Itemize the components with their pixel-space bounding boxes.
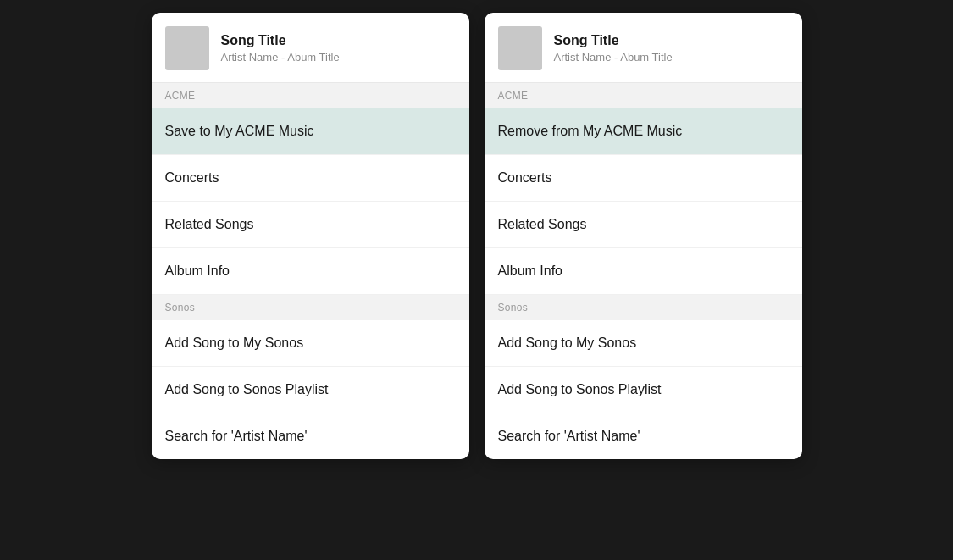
menu-item-0-0[interactable]: Remove from My ACME Music <box>485 108 802 155</box>
song-title: Song Title <box>554 33 673 48</box>
menu-item-2-1[interactable]: Add Song to Sonos Playlist <box>485 367 802 413</box>
menu-card-0: Song TitleArtist Name - Abum TitleACMESa… <box>152 13 469 459</box>
menu-item-1-0[interactable]: Concerts <box>485 155 802 202</box>
section-header-2: Sonos <box>152 295 469 320</box>
song-info: Song TitleArtist Name - Abum Title <box>221 33 340 64</box>
song-subtitle: Artist Name - Abum Title <box>221 51 340 64</box>
menu-item-2-2[interactable]: Search for 'Artist Name' <box>485 413 802 459</box>
album-art <box>498 26 542 70</box>
song-subtitle: Artist Name - Abum Title <box>554 51 673 64</box>
menu-item-2-0[interactable]: Add Song to My Sonos <box>152 320 469 367</box>
menu-card-1: Song TitleArtist Name - Abum TitleACMERe… <box>485 13 802 459</box>
song-header: Song TitleArtist Name - Abum Title <box>152 13 469 83</box>
menu-item-0-0[interactable]: Save to My ACME Music <box>152 108 469 155</box>
song-title: Song Title <box>221 33 340 48</box>
menu-item-1-2[interactable]: Album Info <box>485 248 802 295</box>
section-header-0: ACME <box>152 83 469 108</box>
section-header-2: Sonos <box>485 295 802 320</box>
song-header: Song TitleArtist Name - Abum Title <box>485 13 802 83</box>
menu-item-1-0[interactable]: Concerts <box>152 155 469 202</box>
menu-item-2-1[interactable]: Add Song to Sonos Playlist <box>152 367 469 413</box>
section-header-0: ACME <box>485 83 802 108</box>
song-info: Song TitleArtist Name - Abum Title <box>554 33 673 64</box>
menu-item-2-0[interactable]: Add Song to My Sonos <box>485 320 802 367</box>
menu-item-2-2[interactable]: Search for 'Artist Name' <box>152 413 469 459</box>
album-art <box>165 26 209 70</box>
page-wrapper: Song TitleArtist Name - Abum TitleACMESa… <box>0 0 953 472</box>
menu-item-1-2[interactable]: Album Info <box>152 248 469 295</box>
menu-item-1-1[interactable]: Related Songs <box>485 202 802 248</box>
menu-item-1-1[interactable]: Related Songs <box>152 202 469 248</box>
